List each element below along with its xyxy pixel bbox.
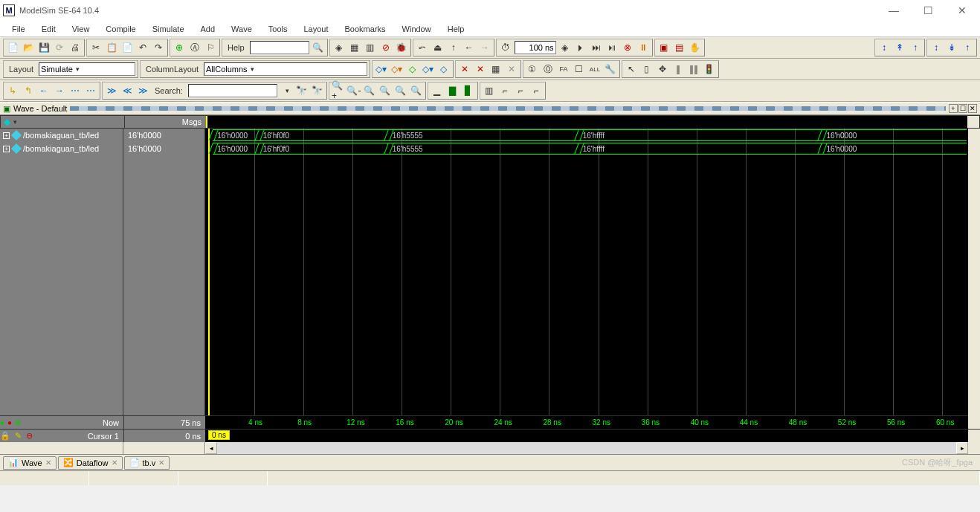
zoom-range-icon[interactable]: 🔍 xyxy=(394,84,407,97)
nav-down-icon[interactable]: ↕ xyxy=(929,41,943,54)
menu-layout[interactable]: Layout xyxy=(297,23,336,35)
cursor-marker[interactable]: 0 ns xyxy=(208,430,230,440)
group4-icon[interactable]: ◇▾ xyxy=(422,62,435,76)
expand-icon[interactable]: + xyxy=(3,146,10,152)
continue-icon[interactable]: ⏯ xyxy=(605,41,619,54)
time-ruler[interactable]: 4 ns8 ns12 ns16 ns20 ns24 ns28 ns32 ns36… xyxy=(205,415,968,429)
fmt-logic-icon[interactable]: ▇ xyxy=(446,84,460,97)
save-icon[interactable]: 💾 xyxy=(37,41,51,54)
tab-close-icon[interactable]: ✕ xyxy=(112,458,117,467)
step-back-icon[interactable]: ← xyxy=(462,41,476,54)
step-fwd-icon[interactable]: → xyxy=(478,41,491,54)
layout-select[interactable]: Simulate xyxy=(39,62,135,76)
panel-close-button[interactable]: ✕ xyxy=(968,104,977,113)
trace-left-icon[interactable]: ≫ xyxy=(105,84,118,97)
radix-1-icon[interactable]: ① xyxy=(526,62,539,76)
divider2-icon[interactable]: ✕ xyxy=(474,62,487,76)
menu-edit[interactable]: Edit xyxy=(34,23,63,35)
clear-icon[interactable]: ✕ xyxy=(505,62,518,76)
radix-o-icon[interactable]: Ⓞ xyxy=(541,62,555,76)
fmt-line-icon[interactable]: ⌐ xyxy=(514,84,527,97)
flag-icon[interactable]: ⚐ xyxy=(204,41,217,54)
waveform-area[interactable]: 16'h000016'hf0f016'h555516'hffff16'h0000… xyxy=(205,129,968,415)
ruler2-tool-icon[interactable]: ‖‖ xyxy=(687,62,700,76)
find-icon[interactable]: Ⓐ xyxy=(188,41,202,54)
runtime-clock-icon[interactable]: ⏱ xyxy=(499,41,512,54)
dots2-icon[interactable]: ⋯ xyxy=(84,84,97,97)
cursor-lock-icon[interactable]: 🔒 xyxy=(0,431,10,441)
zoom-full-icon[interactable]: 🔍 xyxy=(363,84,376,97)
tab-tb.v[interactable]: 📄tb.v✕ xyxy=(124,456,170,470)
group3-icon[interactable]: ◇ xyxy=(406,62,419,76)
arrow-right-icon[interactable]: → xyxy=(53,84,66,97)
search-dropdown[interactable] xyxy=(280,84,293,97)
paste-icon[interactable]: 📄 xyxy=(120,41,134,54)
cut-icon[interactable]: ✂ xyxy=(89,41,103,54)
radix-tool-icon[interactable]: 🔧 xyxy=(604,62,617,76)
wave-horizontal-scrollbar[interactable]: ◂▸ xyxy=(205,442,968,454)
dots1-icon[interactable]: ⋯ xyxy=(68,84,82,97)
break-icon[interactable]: ⊘ xyxy=(379,41,393,54)
nav-up-icon[interactable]: ↕ xyxy=(877,41,891,54)
tab-dataflow[interactable]: 🔀Dataflow✕ xyxy=(58,456,123,470)
signal-row[interactable]: +/bomakiaguan_tb/led xyxy=(0,142,123,155)
tab-close-icon[interactable]: ✕ xyxy=(158,458,164,467)
menu-add[interactable]: Add xyxy=(193,23,223,35)
nav-fall-icon[interactable]: ↡ xyxy=(945,41,958,54)
binoculars2-icon[interactable]: 🔭 xyxy=(311,84,324,97)
panel-undock-button[interactable]: + xyxy=(949,104,958,113)
help-search-icon[interactable]: 🔍 xyxy=(312,41,325,54)
select-tool-icon[interactable]: ▯ xyxy=(640,62,654,76)
arrow-left-icon[interactable]: ← xyxy=(37,84,51,97)
fmt-analog-icon[interactable]: ▁ xyxy=(431,84,444,97)
coverage2-icon[interactable]: ▤ xyxy=(673,41,686,54)
menu-window[interactable]: Window xyxy=(395,23,439,35)
cursor-track[interactable]: 0 ns xyxy=(205,430,968,442)
ruler-tool-icon[interactable]: ‖ xyxy=(671,62,685,76)
wave-vertical-scrollbar[interactable] xyxy=(968,129,980,415)
nav-top-icon[interactable]: ↑ xyxy=(909,41,922,54)
maximize-button[interactable]: ☐ xyxy=(918,4,938,16)
fmt-pulse-icon[interactable]: ⌐ xyxy=(529,84,543,97)
menu-help[interactable]: Help xyxy=(440,23,472,35)
run-break-icon[interactable]: ⏏ xyxy=(431,41,445,54)
minimize-button[interactable]: — xyxy=(883,4,904,16)
nav-rise-icon[interactable]: ↟ xyxy=(893,41,906,54)
print-icon[interactable]: 🖨 xyxy=(68,41,82,54)
menu-tools[interactable]: Tools xyxy=(261,23,295,35)
group2-icon[interactable]: ◇▾ xyxy=(390,62,404,76)
zoom-out-icon[interactable]: 🔍- xyxy=(347,84,361,97)
group5-icon[interactable]: ◇ xyxy=(437,62,451,76)
debug-icon[interactable]: 🐞 xyxy=(395,41,408,54)
compile-icon[interactable]: ⊕ xyxy=(173,41,186,54)
cursor-edit-icon[interactable]: ✎ xyxy=(15,431,22,441)
expand-icon[interactable]: + xyxy=(3,132,10,139)
move-tool-icon[interactable]: ✥ xyxy=(656,62,669,76)
new-icon[interactable]: 📄 xyxy=(6,41,19,54)
zoom-other-icon[interactable]: 🔍 xyxy=(410,84,423,97)
menu-compile[interactable]: Compile xyxy=(98,23,143,35)
expand-in-icon[interactable]: ↳ xyxy=(6,84,19,97)
radix-fa-icon[interactable]: FA xyxy=(557,62,570,76)
grid-icon[interactable]: ▦ xyxy=(489,62,503,76)
fmt-bar-icon[interactable]: ▥ xyxy=(483,84,496,97)
trace-right-icon[interactable]: ≫ xyxy=(136,84,149,97)
now-minus-icon[interactable]: ● xyxy=(7,418,12,427)
redo-icon[interactable]: ↷ xyxy=(152,41,165,54)
sim-icon[interactable]: ▥ xyxy=(364,41,377,54)
run-length-input[interactable] xyxy=(515,41,556,54)
zoom-cursor-icon[interactable]: 🔍 xyxy=(378,84,392,97)
project-icon[interactable]: ▦ xyxy=(348,41,361,54)
library-icon[interactable]: ◈ xyxy=(332,41,346,54)
spinner-icon[interactable]: ◈ xyxy=(558,41,572,54)
radix-i-icon[interactable]: ☐ xyxy=(573,62,586,76)
columnlayout-select[interactable]: AllColumns xyxy=(204,62,367,76)
divider1-icon[interactable]: ✕ xyxy=(458,62,471,76)
menu-wave[interactable]: Wave xyxy=(224,23,259,35)
tab-wave[interactable]: 📊Wave✕ xyxy=(3,456,57,470)
now-hold-icon[interactable]: ⊕ xyxy=(15,418,21,427)
step-up-icon[interactable]: ↑ xyxy=(447,41,460,54)
traffic-icon[interactable]: 🚦 xyxy=(703,62,716,76)
close-button[interactable]: ✕ xyxy=(952,4,973,16)
binoculars-icon[interactable]: 🔭 xyxy=(295,84,309,97)
